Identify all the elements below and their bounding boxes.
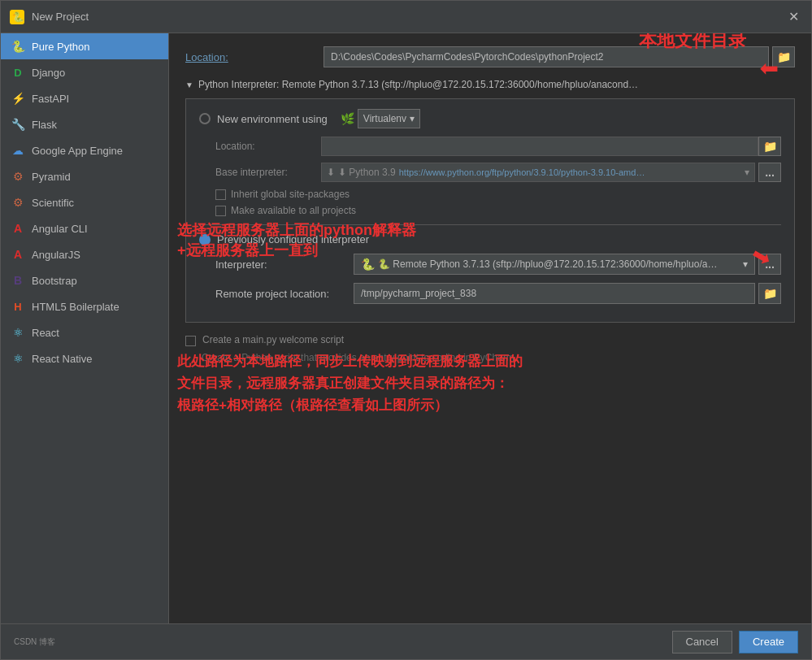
close-button[interactable]: ✕	[784, 7, 803, 27]
sidebar-item-bootstrap[interactable]: B Bootstrap	[1, 267, 168, 293]
remote-project-input-wrap: 📁	[354, 283, 781, 304]
location-input[interactable]	[323, 46, 769, 67]
interpreter-input-wrap: 🐍 🐍 Remote Python 3.7.13 (sftp://hpluo@1…	[354, 254, 781, 275]
scientific-icon: ⚙	[11, 195, 25, 210]
prev-interp-radio[interactable]	[199, 234, 211, 245]
sidebar-item-label: React	[32, 327, 59, 339]
remote-project-browse-button[interactable]: 📁	[758, 283, 781, 304]
sidebar-item-angularjs[interactable]: A AngularJS	[1, 241, 168, 267]
sidebar-item-pyramid[interactable]: ⚙ Pyramid	[1, 163, 168, 189]
inner-location-row: Location: 📁	[199, 137, 781, 156]
cancel-button[interactable]: Cancel	[672, 631, 732, 653]
interpreter-more-button[interactable]: ...	[758, 254, 781, 275]
virtualenv-dropdown[interactable]: Virtualenv ▾	[358, 109, 420, 128]
sidebar-item-react[interactable]: ⚛ React	[1, 319, 168, 345]
inner-location-label: Location:	[215, 141, 321, 152]
sidebar-item-label: Bootstrap	[32, 275, 77, 287]
new-env-radio[interactable]	[199, 113, 211, 124]
flask-icon: 🔧	[11, 117, 25, 132]
base-interp-select[interactable]: ⬇ ⬇ Python 3.9 https://www.python.org/ft…	[321, 163, 755, 182]
folder-icon: 📁	[763, 140, 777, 153]
interpreter-section-header[interactable]: ▼ Python Interpreter: Remote Python 3.7.…	[185, 79, 795, 90]
python-icon: 🐍	[11, 39, 25, 54]
interpreter-section-body: New environment using 🌿 Virtualenv ▾ Loc…	[185, 98, 795, 323]
base-interp-more-button[interactable]: ...	[758, 163, 781, 182]
inner-location-browse-button[interactable]: 📁	[758, 137, 781, 156]
divider	[199, 224, 781, 225]
sidebar-item-label: Pure Python	[32, 41, 90, 53]
base-interp-row: Base interpreter: ⬇ ⬇ Python 3.9 https:/…	[199, 163, 781, 182]
remote-project-input[interactable]	[354, 283, 755, 304]
base-interp-label: Base interpreter:	[215, 167, 321, 178]
sidebar-item-label: Angular CLI	[32, 223, 88, 235]
right-panel: Location: 📁 ▼ Python Interpreter: Remote…	[169, 33, 811, 623]
remote-project-row: Remote project location: 📁	[199, 283, 781, 304]
sidebar-item-label: Django	[32, 67, 65, 79]
sidebar-item-html5-boilerplate[interactable]: H HTML5 Boilerplate	[1, 293, 168, 319]
bootstrap-icon: B	[11, 273, 25, 288]
pyramid-icon: ⚙	[11, 169, 25, 184]
interpreter-value: 🐍 Remote Python 3.7.13 (sftp://hpluo@172…	[378, 258, 717, 270]
fastapi-icon: ⚡	[11, 91, 25, 106]
sidebar-item-scientific[interactable]: ⚙ Scientific	[1, 189, 168, 215]
interpreter-section: ▼ Python Interpreter: Remote Python 3.7.…	[185, 79, 795, 323]
prev-interp-label: Previously configured interpreter	[217, 233, 369, 245]
svg-text:🐍: 🐍	[12, 11, 24, 23]
sidebar-item-label: Flask	[32, 119, 57, 131]
base-interp-url: https://www.python.org/ftp/python/3.9.10…	[399, 167, 645, 177]
interpreter-chevron-icon: ▾	[743, 258, 748, 270]
welcome-script-row: Create a main.py welcome script	[185, 334, 795, 346]
sidebar-item-label: Google App Engine	[32, 145, 123, 157]
virtualenv-select-wrap: 🌿 Virtualenv ▾	[341, 109, 420, 128]
base-interp-chevron-icon: ▾	[745, 167, 749, 178]
sidebar-item-label: FastAPI	[32, 93, 69, 105]
welcome-section: Create a main.py welcome script Create a…	[185, 334, 795, 363]
inherit-checkbox[interactable]	[215, 189, 226, 200]
virtualenv-icon: 🌿	[341, 112, 354, 125]
sidebar-item-label: React Native	[32, 353, 92, 365]
react-icon: ⚛	[11, 325, 25, 340]
sidebar-item-google-app-engine[interactable]: ☁ Google App Engine	[1, 137, 168, 163]
csdn-watermark: CSDN 博客	[14, 636, 55, 648]
sidebar-item-label: HTML5 Boilerplate	[32, 301, 119, 313]
dropdown-arrow-icon: ▾	[410, 113, 415, 124]
welcome-script-checkbox[interactable]	[185, 336, 196, 346]
sidebar-item-django[interactable]: D Django	[1, 59, 168, 85]
welcome-script-desc: Create a Python script that provides an …	[202, 352, 517, 363]
app-icon: 🐍	[9, 9, 25, 25]
base-interp-input-wrap: ⬇ ⬇ Python 3.9 https://www.python.org/ft…	[321, 163, 781, 182]
sidebar-item-label: AngularJS	[32, 249, 80, 261]
create-button[interactable]: Create	[739, 631, 798, 653]
sidebar-item-fastapi[interactable]: ⚡ FastAPI	[1, 85, 168, 111]
make-available-checkbox[interactable]	[215, 206, 226, 216]
location-label: Location:	[185, 51, 323, 63]
location-browse-button[interactable]: 📁	[772, 46, 795, 67]
sidebar-item-flask[interactable]: 🔧 Flask	[1, 111, 168, 137]
folder-icon: 📁	[763, 287, 777, 300]
location-input-wrap: 📁	[323, 46, 795, 67]
interpreter-label: Interpreter:	[215, 258, 354, 271]
remote-project-label: Remote project location:	[215, 288, 354, 300]
interpreter-section-title: Python Interpreter: Remote Python 3.7.13…	[198, 79, 638, 90]
new-env-label: New environment using	[217, 113, 328, 125]
inherit-checkbox-row: Inherit global site-packages	[199, 189, 781, 200]
inner-location-input[interactable]	[321, 137, 758, 156]
folder-icon: 📁	[777, 50, 791, 63]
interpreter-select[interactable]: 🐍 🐍 Remote Python 3.7.13 (sftp://hpluo@1…	[354, 254, 755, 275]
sidebar-item-pure-python[interactable]: 🐍 Pure Python	[1, 33, 168, 59]
virtualenv-label: Virtualenv	[363, 113, 406, 124]
welcome-script-desc-wrap: Create a Python script that provides an …	[185, 351, 795, 363]
new-env-radio-row: New environment using 🌿 Virtualenv ▾	[199, 109, 781, 128]
prev-interp-radio-row: Previously configured interpreter	[199, 233, 781, 245]
django-icon: D	[11, 65, 25, 80]
collapse-arrow-icon: ▼	[185, 80, 193, 89]
interpreter-field-row: Interpreter: 🐍 🐍 Remote Python 3.7.13 (s…	[199, 254, 781, 275]
bottom-bar: CSDN 博客 Cancel Create	[1, 623, 811, 659]
download-icon: ⬇	[327, 167, 335, 178]
sidebar-item-react-native[interactable]: ⚛ React Native	[1, 345, 168, 371]
sidebar-item-label: Pyramid	[32, 171, 71, 183]
dialog-title: New Project	[32, 11, 784, 23]
welcome-script-label: Create a main.py welcome script	[202, 334, 344, 345]
sidebar-item-angular-cli[interactable]: A Angular CLI	[1, 215, 168, 241]
location-row: Location: 📁	[185, 46, 795, 67]
